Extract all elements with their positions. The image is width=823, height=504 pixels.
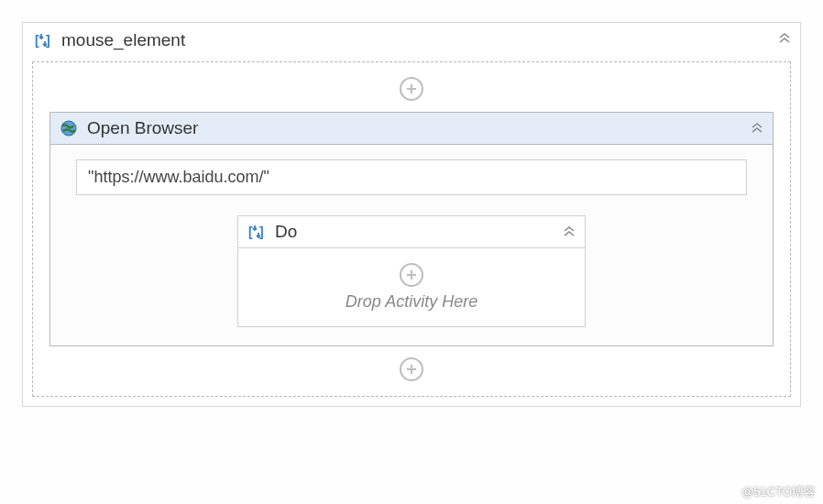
sequence-icon: [ ] — [247, 223, 266, 241]
do-body[interactable]: Drop Activity Here — [238, 248, 585, 326]
globe-icon — [60, 119, 78, 137]
add-activity-button[interactable] — [400, 77, 423, 101]
plus-icon — [405, 363, 418, 376]
add-activity-button[interactable] — [400, 263, 423, 287]
sequence-body: Open Browser [ — [32, 61, 791, 397]
collapse-button[interactable] — [563, 225, 576, 242]
plus-icon — [405, 268, 418, 281]
svg-text:[: [ — [35, 33, 39, 48]
url-input[interactable] — [76, 159, 747, 195]
chevron-up-icon — [563, 225, 576, 238]
do-header[interactable]: [ ] Do — [238, 216, 585, 248]
add-activity-top-row — [33, 71, 790, 106]
drop-activity-hint: Drop Activity Here — [253, 292, 570, 312]
add-activity-bottom-row — [33, 352, 790, 387]
watermark: @51CTO博客 — [741, 484, 816, 500]
sequence-title: mouse_element — [61, 30, 185, 50]
svg-text:]: ] — [46, 33, 50, 48]
open-browser-title: Open Browser — [87, 118, 198, 138]
do-title: Do — [275, 222, 297, 242]
chevron-up-icon — [751, 122, 763, 135]
open-browser-header[interactable]: Open Browser — [50, 113, 773, 145]
open-browser-body: [ ] Do — [50, 145, 773, 345]
svg-text:[: [ — [248, 225, 253, 239]
collapse-button[interactable] — [751, 122, 763, 138]
open-browser-activity[interactable]: Open Browser [ — [49, 112, 774, 346]
sequence-activity[interactable]: [ ] mouse_element — [22, 22, 801, 407]
chevron-up-icon — [778, 32, 791, 45]
add-activity-button[interactable] — [400, 357, 423, 381]
sequence-header[interactable]: [ ] mouse_element — [23, 23, 800, 58]
collapse-button[interactable] — [778, 32, 791, 49]
do-activity[interactable]: [ ] Do — [237, 215, 586, 327]
plus-icon — [405, 82, 418, 95]
svg-text:]: ] — [259, 225, 264, 239]
sequence-icon: [ ] — [34, 31, 52, 49]
